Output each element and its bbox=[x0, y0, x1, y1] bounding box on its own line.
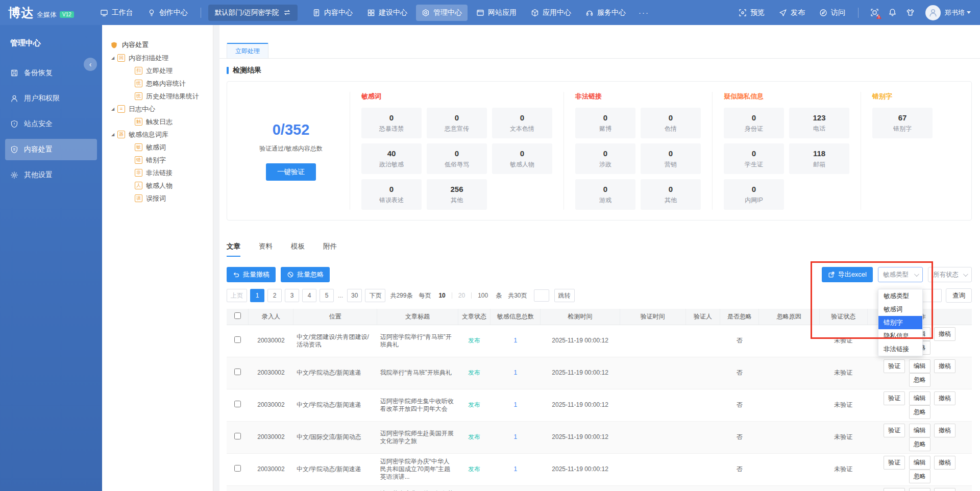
one-click-verify-button[interactable]: 一键验证 bbox=[266, 163, 316, 181]
tree-root-content-disposal[interactable]: 内容处置 bbox=[102, 38, 209, 52]
tree-node[interactable]: 扫 立即处理 bbox=[102, 64, 209, 77]
tree-node[interactable]: 人 敏感人物 bbox=[102, 179, 209, 192]
edit-action-button[interactable]: 编辑 bbox=[909, 488, 930, 491]
ignore-action-button[interactable]: 忽略 bbox=[909, 437, 930, 451]
page-button[interactable]: 3 bbox=[285, 289, 299, 302]
nav-website-apps[interactable]: 网站应用 bbox=[471, 5, 522, 21]
row-checkbox[interactable] bbox=[234, 433, 241, 439]
jump-button[interactable]: 跳转 bbox=[554, 289, 575, 302]
edit-action-button[interactable]: 编辑 bbox=[909, 391, 930, 405]
row-checkbox[interactable] bbox=[234, 401, 241, 407]
sensitive-count-link[interactable]: 1 bbox=[491, 421, 541, 453]
ignore-action-button[interactable]: 忽略 bbox=[909, 373, 930, 387]
tree-node[interactable]: ◢ ≡ 日志中心 bbox=[102, 103, 209, 115]
edit-action-button[interactable]: 编辑 bbox=[909, 359, 930, 373]
tab-articles[interactable]: 文章 bbox=[227, 242, 240, 257]
dropdown-option[interactable]: 敏感词 bbox=[878, 303, 922, 316]
jump-page-input[interactable] bbox=[534, 289, 549, 302]
tree-node[interactable]: 误 误报词 bbox=[102, 192, 209, 205]
sidebar-item-other-settings[interactable]: 其他设置 bbox=[5, 164, 97, 186]
sensitive-count-link[interactable]: 1 bbox=[491, 389, 541, 421]
export-excel-button[interactable]: 导出excel bbox=[822, 267, 873, 282]
page-size-20[interactable]: 20 bbox=[455, 292, 468, 299]
next-page-button[interactable]: 下页 bbox=[365, 289, 385, 302]
visit-button[interactable]: 访问 bbox=[814, 5, 851, 21]
tab-materials[interactable]: 资料 bbox=[259, 242, 273, 257]
page-size-10[interactable]: 10 bbox=[435, 292, 448, 299]
tree-node[interactable]: ◢ 器 敏感信息词库 bbox=[102, 128, 209, 141]
edit-action-button[interactable]: 编辑 bbox=[909, 424, 930, 437]
retract-action-button[interactable]: 撤稿 bbox=[934, 424, 955, 437]
page-size-100[interactable]: 100 bbox=[475, 292, 491, 299]
avatar[interactable] bbox=[925, 5, 941, 20]
sensitive-type-select[interactable]: 敏感类型 bbox=[878, 267, 923, 282]
page-button[interactable]: 2 bbox=[267, 289, 282, 302]
tree-node[interactable]: 触 触发日志 bbox=[102, 115, 209, 128]
more-menu[interactable]: ··· bbox=[634, 5, 653, 20]
sensitive-count-link[interactable]: 1 bbox=[491, 453, 541, 485]
verify-action-button[interactable]: 验证 bbox=[884, 424, 905, 437]
query-button[interactable]: 查询 bbox=[946, 288, 972, 303]
tab-immediate-process[interactable]: 立即处理 bbox=[227, 43, 268, 58]
nav-service-center[interactable]: 服务中心 bbox=[580, 5, 631, 21]
verify-action-button[interactable]: 验证 bbox=[884, 391, 905, 405]
sensitive-count-link[interactable]: 1 bbox=[491, 357, 541, 389]
page-button[interactable]: 30 bbox=[347, 289, 362, 302]
verify-action-button[interactable]: 验证 bbox=[884, 488, 905, 491]
dropdown-option-selected[interactable]: 错别字 bbox=[878, 316, 922, 329]
retract-action-button[interactable]: 撤稿 bbox=[934, 488, 955, 491]
collapse-sidebar-button[interactable]: ‹ bbox=[84, 58, 97, 71]
sidebar-item-content-disposal[interactable]: 内容处置 bbox=[5, 139, 97, 160]
chevron-down-icon[interactable] bbox=[967, 11, 971, 14]
edit-action-button[interactable]: 编辑 bbox=[909, 456, 930, 470]
tree-caret-icon[interactable]: ◢ bbox=[111, 107, 117, 111]
page-button[interactable]: 4 bbox=[302, 289, 316, 302]
nav-management-center[interactable]: 管理中心 bbox=[416, 5, 468, 21]
tree-node[interactable]: 敏 敏感词 bbox=[102, 141, 209, 154]
retract-action-button[interactable]: 撤稿 bbox=[934, 391, 955, 405]
tree-node[interactable]: 非 非法链接 bbox=[102, 166, 209, 179]
sensitive-count-link[interactable]: 1 bbox=[491, 325, 541, 357]
nav-construction-center[interactable]: 建设中心 bbox=[361, 5, 413, 21]
preview-button[interactable]: 预览 bbox=[733, 5, 770, 21]
security-scan-alert-icon[interactable] bbox=[870, 8, 879, 17]
sensitive-count-link[interactable]: 1 bbox=[491, 485, 541, 491]
page-button[interactable]: 5 bbox=[320, 289, 334, 302]
scroll-gutter[interactable] bbox=[213, 25, 219, 491]
tab-templates[interactable]: 模板 bbox=[291, 242, 305, 257]
tree-node[interactable]: ◢ 回 内容扫描处理 bbox=[102, 52, 209, 64]
tree-node[interactable]: 统 历史处理结果统计 bbox=[102, 90, 209, 103]
publish-button[interactable]: 发布 bbox=[773, 5, 811, 21]
tab-attachments[interactable]: 附件 bbox=[323, 242, 337, 257]
nav-content-center[interactable]: 内容中心 bbox=[307, 5, 358, 21]
batch-ignore-button[interactable]: 批量忽略 bbox=[281, 267, 330, 282]
sidebar-item-site-security[interactable]: 站点安全 bbox=[5, 113, 97, 135]
sidebar-item-users-permissions[interactable]: 用户和权限 bbox=[5, 88, 97, 109]
site-selector[interactable]: 默认部门/迈阿密学院 bbox=[208, 5, 298, 21]
dropdown-option[interactable]: 敏感类型 bbox=[878, 289, 922, 303]
row-checkbox[interactable] bbox=[234, 336, 241, 343]
prev-page-button[interactable]: 上页 bbox=[227, 289, 247, 302]
retract-action-button[interactable]: 撤稿 bbox=[934, 359, 955, 373]
sidebar-item-backup-restore[interactable]: 备份恢复 bbox=[5, 62, 97, 84]
ignore-action-button[interactable]: 忽略 bbox=[909, 405, 930, 419]
ignore-action-button[interactable]: 忽略 bbox=[909, 470, 930, 483]
tree-caret-icon[interactable]: ◢ bbox=[111, 132, 117, 137]
tree-node[interactable]: 错 错别字 bbox=[102, 154, 209, 166]
row-checkbox[interactable] bbox=[234, 369, 241, 375]
retract-action-button[interactable]: 撤稿 bbox=[934, 456, 955, 470]
verify-action-button[interactable]: 验证 bbox=[884, 359, 905, 373]
row-checkbox[interactable] bbox=[234, 465, 241, 472]
page-button[interactable]: 1 bbox=[250, 289, 264, 302]
nav-workbench[interactable]: 工作台 bbox=[94, 5, 139, 21]
tree-node[interactable]: 统 忽略内容统计 bbox=[102, 77, 209, 90]
nav-creation-center[interactable]: 创作中心 bbox=[142, 5, 193, 21]
dropdown-option[interactable]: 隐私信息 bbox=[878, 329, 922, 342]
nav-app-center[interactable]: 应用中心 bbox=[525, 5, 577, 21]
username[interactable]: 郑书培 bbox=[945, 8, 965, 17]
batch-retract-button[interactable]: 批量撤稿 bbox=[227, 267, 276, 282]
theme-shirt-icon[interactable] bbox=[906, 8, 915, 17]
tree-caret-icon[interactable]: ◢ bbox=[111, 56, 117, 60]
select-all-checkbox[interactable] bbox=[234, 312, 241, 319]
dropdown-option[interactable]: 非法链接 bbox=[878, 342, 922, 356]
